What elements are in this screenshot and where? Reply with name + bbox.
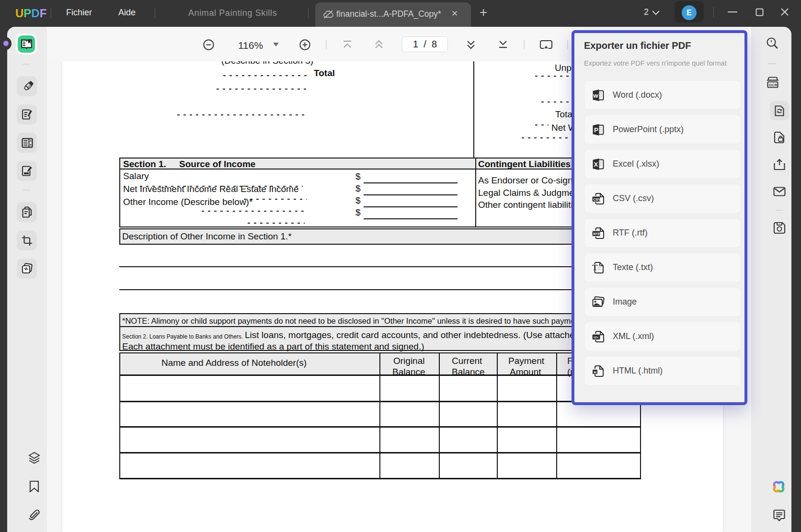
svg-text:X: X [594, 161, 598, 168]
svg-text:T: T [592, 263, 598, 272]
svg-text:P: P [594, 126, 598, 134]
svg-text:w: w [593, 92, 599, 99]
svg-text:H: H [594, 370, 596, 374]
svg-text:RTF: RTF [593, 232, 600, 236]
svg-text:OCR: OCR [769, 83, 778, 87]
svg-text:CSV: CSV [593, 197, 600, 202]
svg-text:</>: </> [593, 336, 598, 339]
